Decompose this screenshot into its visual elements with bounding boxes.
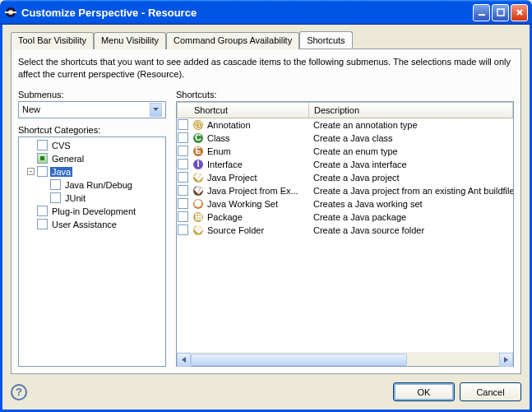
tree-item-label: User Assistance <box>50 220 118 229</box>
tab-bar: Tool Bar Visibility Menu Visibility Comm… <box>11 31 521 49</box>
checkbox[interactable] <box>37 166 48 177</box>
ant-project-icon: � <box>192 184 205 197</box>
enum-icon: E <box>192 145 205 158</box>
checkbox[interactable] <box>37 140 48 150</box>
categories-tree[interactable]: CVSGeneral-JavaJava Run/DebugJUnitPlug-i… <box>18 137 166 367</box>
tab-command-groups[interactable]: Command Groups Availability <box>166 32 299 49</box>
checkbox[interactable] <box>178 211 188 222</box>
checkbox[interactable] <box>178 185 188 196</box>
categories-label: Shortcut Categories: <box>18 125 166 135</box>
svg-text:�: � <box>193 171 204 182</box>
table-row[interactable]: ⬢Java Working SetCreates a Java working … <box>177 197 513 211</box>
button-bar: ? OK Cancel <box>11 374 521 401</box>
shortcut-description: Create a Java class <box>312 133 513 143</box>
shortcut-description: Create a Java project from an existing A… <box>312 186 513 196</box>
col-description[interactable]: Description <box>309 103 512 118</box>
scroll-left-button[interactable] <box>177 353 191 367</box>
checkbox[interactable] <box>37 153 48 164</box>
checkbox[interactable] <box>178 159 188 169</box>
shortcuts-table: Shortcut Description @AnnotationCreate a… <box>176 101 514 367</box>
svg-text:�: � <box>193 224 204 234</box>
maximize-button[interactable] <box>492 4 509 21</box>
checkbox[interactable] <box>178 146 188 156</box>
table-row[interactable]: CClassCreate a Java class <box>177 132 513 145</box>
minimize-button[interactable] <box>473 4 490 21</box>
right-column: Shortcuts: Shortcut Description @Annotat… <box>176 90 514 367</box>
svg-text:@: @ <box>194 119 203 129</box>
col-check[interactable] <box>178 103 189 118</box>
checkbox[interactable] <box>50 179 61 190</box>
horizontal-scrollbar[interactable] <box>177 352 513 366</box>
interface-icon: I <box>192 158 205 171</box>
expander-icon[interactable]: - <box>27 168 35 175</box>
close-button[interactable] <box>511 4 528 21</box>
tree-item-label: JUnit <box>63 193 87 203</box>
table-row[interactable]: �Source FolderCreate a Java source folde… <box>177 224 513 237</box>
checkbox[interactable] <box>178 132 188 143</box>
svg-text:E: E <box>195 146 201 155</box>
shortcut-name: Class <box>207 133 230 143</box>
shortcut-name: Annotation <box>207 120 251 130</box>
dialog-buttons: OK Cancel <box>393 382 521 401</box>
svg-text:�: � <box>193 184 204 195</box>
description-text: Select the shortcuts that you want to se… <box>18 56 514 81</box>
shortcut-name: Source Folder <box>207 225 264 235</box>
table-row[interactable]: �Java ProjectCreate a Java project <box>177 171 513 184</box>
shortcut-description: Create a Java interface <box>312 160 513 169</box>
checkbox[interactable] <box>50 192 61 203</box>
cancel-button[interactable]: Cancel <box>460 382 521 401</box>
package-icon: ⊞ <box>192 211 205 224</box>
shortcut-name: Java Project from Ex... <box>207 186 298 196</box>
tab-menu-visibility[interactable]: Menu Visibility <box>94 32 166 49</box>
scroll-right-button[interactable] <box>499 353 513 367</box>
tree-item[interactable]: -Java <box>21 165 164 178</box>
svg-text:⊞: ⊞ <box>195 211 202 221</box>
table-row[interactable]: ⊞PackageCreate a Java package <box>177 211 513 224</box>
tab-shortcuts[interactable]: Shortcuts <box>299 31 352 49</box>
tree-item[interactable]: Java Run/Debug <box>21 178 164 192</box>
checkbox[interactable] <box>178 225 188 235</box>
app-icon <box>4 6 17 19</box>
tab-toolbar-visibility[interactable]: Tool Bar Visibility <box>11 32 94 49</box>
checkbox[interactable] <box>37 219 48 229</box>
tree-item[interactable]: JUnit <box>21 192 164 205</box>
scroll-track[interactable] <box>191 353 499 367</box>
checkbox[interactable] <box>37 206 48 216</box>
table-row[interactable]: EEnumCreate an enum type <box>177 145 513 158</box>
tree-item-label: Java Run/Debug <box>63 180 134 190</box>
tree-item[interactable]: User Assistance <box>21 218 164 231</box>
scroll-thumb[interactable] <box>191 354 407 366</box>
tree-item-label: Plug-in Development <box>50 206 137 216</box>
help-button[interactable]: ? <box>11 384 27 400</box>
submenus-label: Submenus: <box>18 90 166 100</box>
submenus-combo[interactable]: New <box>18 101 166 118</box>
checkbox[interactable] <box>178 119 188 130</box>
tree-item-label: CVS <box>50 141 72 150</box>
ok-button[interactable]: OK <box>393 382 455 401</box>
window-controls <box>473 4 528 21</box>
tree-item-label: Java <box>50 167 72 177</box>
svg-rect-2 <box>5 12 16 13</box>
shortcut-description: Create a Java source folder <box>312 225 513 235</box>
svg-text:I: I <box>197 159 199 169</box>
project-icon: � <box>192 171 205 184</box>
shortcut-name: Package <box>207 212 243 222</box>
tree-item[interactable]: Plug-in Development <box>21 205 164 218</box>
checkbox[interactable] <box>178 172 188 183</box>
tree-item-label: General <box>50 154 86 164</box>
tree-item[interactable]: CVS <box>21 139 164 152</box>
table-row[interactable]: @AnnotationCreate an annotation type <box>177 118 513 132</box>
checkbox[interactable] <box>178 198 188 209</box>
shortcut-name: Interface <box>207 160 243 169</box>
workingset-icon: ⬢ <box>192 197 205 211</box>
shortcut-description: Creates a Java working set <box>312 199 513 209</box>
titlebar[interactable]: Customize Perspective - Resource <box>0 0 532 25</box>
col-shortcut[interactable]: Shortcut <box>189 103 309 118</box>
tree-item[interactable]: General <box>21 152 164 165</box>
table-row[interactable]: �Java Project from Ex...Create a Java pr… <box>177 184 513 197</box>
annotation-icon: @ <box>192 118 205 132</box>
class-icon: C <box>192 132 205 145</box>
shortcuts-body[interactable]: @AnnotationCreate an annotation typeCCla… <box>177 118 513 352</box>
table-row[interactable]: IInterfaceCreate a Java interface <box>177 158 513 171</box>
chevron-down-icon[interactable] <box>150 103 162 117</box>
